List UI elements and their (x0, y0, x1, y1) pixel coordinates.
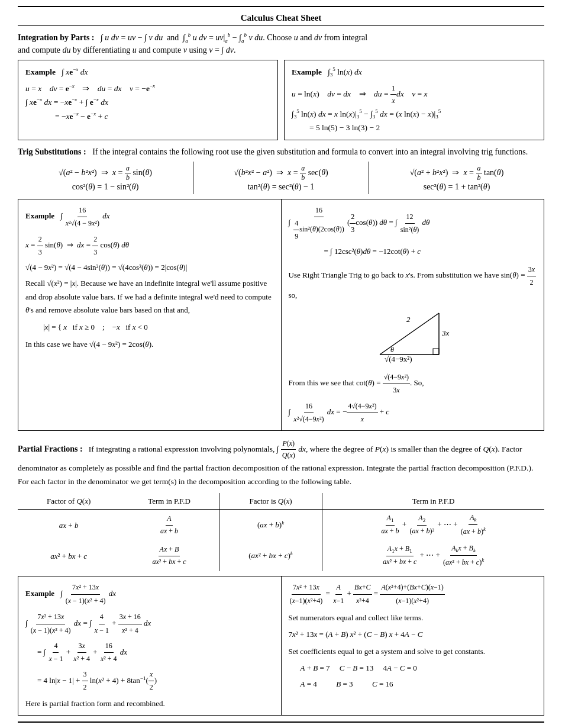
pf-row1-term: Aax + b (119, 510, 219, 541)
pf-ex-rhs-solution: A = 4 B = 3 C = 16 (301, 677, 537, 691)
pf-ex-step3: = 4 ln|x − 1| + 32 ln(x² + 4) + 8tan−1(x… (37, 668, 274, 694)
trig-formulas: √(a² − b²x²) ⇒ x = ab sin(θ) cos²(θ) = 1… (18, 162, 544, 194)
ibp-ex2-step1: u = ln(x) dv = dx ⇒ du = 1xdx v = x (292, 82, 537, 107)
pf-row1: ax + b Aax + b (ax + b)k A1ax + b + A2(a… (18, 510, 544, 541)
pf-row1-term2: A1ax + b + A2(ax + b)² + ⋯ + Ak(ax + b)k (322, 510, 544, 541)
pf-row2-factor2: (ax² + bx + c)k (219, 540, 322, 571)
footer: © Paul Dawkins − https://tutorial.math.l… (18, 721, 544, 728)
trig-ex-rhs-desc: Use Right Triangle Trig to go back to x'… (289, 263, 537, 302)
trig-col2-formula2: tan²(θ) = sec²(θ) − 1 (198, 182, 364, 192)
pf-col2-header: Term in P.F.D (119, 493, 219, 510)
pf-row1-factor2: (ax + b)k (219, 510, 322, 541)
ibp-ex2-step2: ∫35 ln(x) dx = x ln(x)|35 − ∫35 dx = (x … (292, 107, 537, 121)
trig-col1: √(a² − b²x²) ⇒ x = ab sin(θ) cos²(θ) = 1… (18, 162, 193, 194)
ibp-line2: and compute du by differentiating u and … (18, 46, 544, 55)
svg-text:3x: 3x (441, 328, 450, 337)
ibp-example2-box: Example ∫35 ln(x) dx u = ln(x) dv = dx ⇒… (284, 60, 544, 140)
trig-ex-step1: x = 23 sin(θ) ⇒ dx = 23 cos(θ) dθ (25, 233, 274, 259)
partial-intro: Partial Fractions : If integrating a rat… (18, 438, 544, 488)
partial-title: Partial Fractions : (18, 444, 83, 453)
pf-example-box: Example ∫ 7x² + 13x(x − 1)(x² + 4) dx ∫ … (18, 576, 544, 716)
trig-col3: √(a² + b²x²) ⇒ x = ab tan(θ) sec²(θ) = 1… (369, 162, 544, 194)
svg-rect-3 (433, 349, 439, 355)
svg-text:√(4−9x²): √(4−9x²) (385, 355, 412, 363)
pf-col1-header: Factor of Q(x) (18, 493, 119, 510)
trig-ex-rhs-step2: = ∫ 12csc²(θ)dθ = −12cot(θ) + c (324, 245, 537, 259)
trig-example-box: Example ∫ 16x²√(4 − 9x²) dx x = 23 sin(θ… (18, 199, 544, 431)
pf-ex-step1: ∫ 7x² + 13x(x − 1)(x² + 4) dx = ∫ 4x − 1… (25, 611, 274, 637)
pf-ex-rhs-step4: Set coefficients equal to get a system a… (289, 645, 537, 658)
pf-ex-right: 7x² + 13x(x−1)(x²+4) = Ax−1 + Bx+Cx²+4 =… (282, 576, 544, 715)
ibp-section: Integration by Parts : ∫ u dv = uv − ∫ v… (18, 32, 544, 140)
title-text: Calculus Cheat Sheet (241, 13, 322, 22)
trig-col3-formula2: sec²(θ) = 1 + tan²(θ) (374, 182, 540, 192)
pf-col3-header: Factor is Q(x) (219, 493, 322, 510)
trig-ex-step2: √(4 − 9x²) = √(4 − 4sin²(θ)) = √(4cos²(θ… (25, 261, 274, 275)
pf-row1-factor: ax + b (18, 510, 119, 541)
trig-triangle-svg: 2 3x √(4−9x²) θ (368, 307, 457, 366)
pf-ex-rhs-step2: Set numerators equal and collect like te… (289, 611, 537, 624)
svg-text:θ: θ (390, 346, 394, 354)
pf-ex-rhs-step1: 7x² + 13x(x−1)(x²+4) = Ax−1 + Bx+Cx²+4 =… (289, 581, 537, 607)
pf-row2-term2: A1x + B1ax² + bx + c + ⋯ + Akx + Bk(ax² … (322, 540, 544, 571)
trig-ex-abs: |x| = { x if x ≥ 0 ; −x if x < 0 (43, 321, 274, 334)
ibp-formula1: ∫ u dv = uv − ∫ v du and ∫ab u dv = uv|a… (101, 33, 367, 42)
trig-col2: √(b²x² − a²) ⇒ x = ab sec(θ) tan²(θ) = s… (193, 162, 369, 194)
trig-triangle-container: 2 3x √(4−9x²) θ (289, 307, 537, 366)
ibp-ex1-step3: = −xe−x − e−x + c (55, 109, 270, 123)
trig-ex-recall: Recall √(x²) = |x|. Because we have an i… (25, 277, 274, 317)
pf-row2-term: Ax + Bax² + bx + c (119, 540, 219, 571)
pf-table-header: Factor of Q(x) Term in P.F.D Factor is Q… (18, 493, 544, 510)
pf-row2-factor: ax² + bx + c (18, 540, 119, 571)
trig-col3-formula1: √(a² + b²x²) ⇒ x = ab tan(θ) (374, 164, 540, 182)
ibp-ex2-header: Example ∫35 ln(x) dx (292, 65, 537, 79)
pf-table: Factor of Q(x) Term in P.F.D Factor is Q… (18, 493, 544, 572)
ibp-ex1-step1: u = x dv = e−x ⇒ du = dx v = −e−x (25, 82, 270, 95)
pf-ex-rhs-system: A + B = 7 C − B = 13 4A − C = 0 (301, 661, 537, 675)
pf-ex-header: Example ∫ 7x² + 13x(x − 1)(x² + 4) dx (25, 581, 274, 607)
trig-section: Trig Substitutions : If the integral con… (18, 147, 544, 431)
ibp-ex2-step3: = 5 ln(5) − 3 ln(3) − 2 (309, 121, 537, 135)
pf-ex-left: Example ∫ 7x² + 13x(x − 1)(x² + 4) dx ∫ … (18, 576, 282, 715)
trig-ex-header: Example ∫ 16x²√(4 − 9x²) dx (25, 204, 274, 230)
ibp-ex1-label: Example (25, 67, 56, 76)
ibp-ex2-label: Example (292, 67, 322, 76)
page-title: Calculus Cheat Sheet (18, 9, 544, 26)
trig-ex-left: Example ∫ 16x²√(4 − 9x²) dx x = 23 sin(θ… (18, 199, 282, 430)
trig-col2-formula1: √(b²x² − a²) ⇒ x = ab sec(θ) (198, 164, 364, 182)
top-border (18, 6, 544, 7)
trig-ex-rhs-step1: ∫ 1649sin²(θ)(2cos(θ)) (23cos(θ)) dθ = ∫… (289, 204, 537, 243)
ibp-line1: Integration by Parts : ∫ u dv = uv − ∫ v… (18, 32, 544, 43)
trig-ex-rhs-final: ∫ 16x²√(4−9x²) dx = −4√(4−9x²)x + c (289, 400, 537, 426)
ibp-ex1-step2: ∫ xe−x dx = −xe−x + ∫ e−x dx (25, 95, 270, 109)
pf-row2: ax² + bx + c Ax + Bax² + bx + c (ax² + b… (18, 540, 544, 571)
trig-intro: Trig Substitutions : If the integral con… (18, 147, 544, 157)
trig-ex-conclusion: In this case we have √(4 − 9x²) = 2cos(θ… (25, 338, 274, 352)
ibp-title: Integration by Parts : (18, 33, 95, 42)
ibp-examples-row: Example ∫ xe−x dx u = x dv = e−x ⇒ du = … (18, 60, 544, 140)
trig-col1-formula2: cos²(θ) = 1 − sin²(θ) (22, 182, 188, 192)
trig-ex-right: ∫ 1649sin²(θ)(2cos(θ)) (23cos(θ)) dθ = ∫… (282, 199, 544, 430)
ibp-example1-box: Example ∫ xe−x dx u = x dv = e−x ⇒ du = … (18, 60, 278, 140)
partial-section: Partial Fractions : If integrating a rat… (18, 438, 544, 716)
pf-ex-step2: = ∫ 4x − 1 + 3xx² + 4 + 16x² + 4 dx (37, 640, 274, 666)
trig-ex-rhs-step3: From this we see that cot(θ) = √(4−9x²)3… (289, 371, 537, 397)
ibp-ex1-header: Example ∫ xe−x dx (25, 65, 270, 79)
pf-ex-rhs-step3: 7x² + 13x = (A + B) x² + (C − B) x + 4A … (289, 627, 537, 641)
pf-ex-note: Here is partial fraction form and recomb… (25, 697, 274, 710)
pf-col4-header: Term in P.F.D (322, 493, 544, 510)
trig-title: Trig Substitutions : (18, 147, 86, 156)
svg-text:2: 2 (406, 315, 411, 324)
trig-col1-formula1: √(a² − b²x²) ⇒ x = ab sin(θ) (22, 164, 188, 182)
